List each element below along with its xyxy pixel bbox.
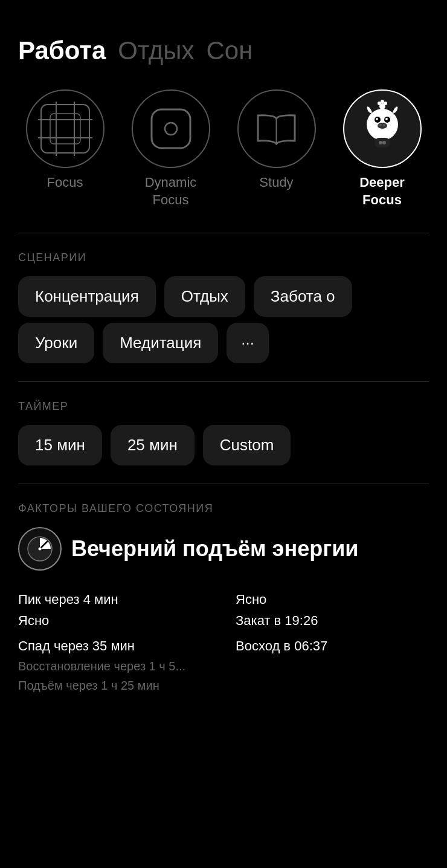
- svg-point-26: [382, 141, 386, 144]
- svg-point-15: [377, 120, 379, 121]
- deeper-focus-svg: [349, 96, 416, 162]
- stat-rise-text: Подъём через 1 ч 25 мин: [18, 676, 211, 695]
- svg-point-19: [383, 124, 385, 126]
- timer-25[interactable]: 25 мин: [111, 425, 195, 465]
- svg-point-17: [378, 123, 387, 129]
- energy-label-text: Вечерний подъём энергии: [71, 536, 358, 562]
- stats-grid: Пик через 4 мин Ясно Ясно Закат в 19:26: [18, 589, 429, 631]
- svg-point-16: [387, 120, 388, 121]
- stat-weather: Ясно Закат в 19:26: [236, 589, 429, 631]
- timer-label: ТАЙМЕР: [18, 400, 429, 413]
- dynamic-focus-label: DynamicFocus: [145, 174, 197, 209]
- svg-point-25: [379, 141, 382, 144]
- svg-point-10: [370, 109, 394, 135]
- svg-rect-5: [50, 114, 80, 144]
- chip-rest[interactable]: Отдых: [164, 276, 245, 317]
- timer-section: ТАЙМЕР 15 мин 25 мин Custom: [18, 400, 429, 465]
- tab-sleep[interactable]: Сон: [207, 36, 253, 65]
- divider-2: [18, 381, 429, 382]
- deeper-focus-icon-circle: [343, 89, 422, 168]
- stat-col1: Спад через 35 мин Восстановление через 1…: [18, 635, 211, 695]
- svg-point-18: [379, 124, 382, 126]
- chip-care[interactable]: Забота о: [254, 276, 352, 317]
- divider-1: [18, 233, 429, 233]
- svg-point-22: [384, 102, 387, 105]
- chip-lessons[interactable]: Уроки: [18, 323, 94, 363]
- timer-custom[interactable]: Custom: [203, 425, 291, 465]
- scenarios-chips-row: Концентрация Отдых Забота о: [18, 276, 429, 317]
- dynamic-focus-svg: [147, 105, 195, 153]
- chip-concentration[interactable]: Концентрация: [18, 276, 156, 317]
- profile-dynamic-focus[interactable]: DynamicFocus: [124, 89, 217, 209]
- tab-work[interactable]: Работа: [18, 36, 106, 65]
- svg-point-21: [378, 102, 381, 105]
- scenarios-section: СЦЕНАРИИ Концентрация Отдых Забота о Уро…: [18, 251, 429, 363]
- focus-icon-circle: [26, 89, 105, 168]
- divider-3: [18, 484, 429, 484]
- page-container: Работа Отдых Сон Focus: [0, 0, 447, 719]
- state-section: ФАКТОРЫ ВАШЕГО СОСТОЯНИЯ Вечерний подъём…: [18, 502, 429, 695]
- scenarios-chips-row-2: Уроки Медитация ···: [18, 323, 429, 363]
- focus-label: Focus: [47, 174, 83, 192]
- stat-sunrise-text: Восход в 06:37: [236, 635, 429, 656]
- sound-profiles: Focus DynamicFocus Study: [18, 89, 429, 209]
- profile-study[interactable]: Study: [230, 89, 323, 192]
- dynamic-focus-icon-circle: [132, 89, 210, 168]
- stat-peak: Пик через 4 мин Ясно: [18, 589, 211, 631]
- study-icon-circle: [237, 89, 316, 168]
- energy-icon-circle: [18, 527, 62, 571]
- study-label: Study: [259, 174, 293, 192]
- stat-sunset-text: Закат в 19:26: [236, 610, 429, 631]
- stat-col2: Восход в 06:37: [236, 635, 429, 695]
- stat-decline-text: Ясно: [18, 610, 211, 631]
- energy-indicator: Вечерний подъём энергии: [18, 527, 429, 571]
- svg-rect-6: [152, 109, 190, 148]
- svg-point-23: [381, 100, 384, 103]
- deeper-focus-label: DeeperFocus: [359, 174, 405, 209]
- state-label: ФАКТОРЫ ВАШЕГО СОСТОЯНИЯ: [18, 502, 429, 515]
- scenarios-label: СЦЕНАРИИ: [18, 251, 429, 264]
- profile-focus[interactable]: Focus: [18, 89, 112, 192]
- tab-rest[interactable]: Отдых: [118, 36, 194, 65]
- svg-point-29: [39, 548, 42, 551]
- chip-more[interactable]: ···: [227, 323, 269, 363]
- stat-decline-text2: Спад через 35 мин: [18, 635, 211, 656]
- chip-meditation[interactable]: Медитация: [103, 323, 218, 363]
- stat-recovery-text: Восстановление через 1 ч 5...: [18, 656, 211, 676]
- stats-grid-2: Спад через 35 мин Восстановление через 1…: [18, 635, 429, 695]
- profile-deeper-focus[interactable]: DeeperFocus: [335, 89, 429, 209]
- energy-svg: [27, 536, 53, 562]
- svg-rect-4: [41, 105, 89, 153]
- focus-svg: [38, 102, 92, 156]
- header-tabs: Работа Отдых Сон: [18, 36, 429, 65]
- timer-15[interactable]: 15 мин: [18, 425, 102, 465]
- study-svg: [251, 103, 302, 155]
- svg-point-7: [165, 123, 177, 135]
- timer-chips-row: 15 мин 25 мин Custom: [18, 425, 429, 465]
- stat-peak-text: Пик через 4 мин: [18, 589, 211, 610]
- stat-clear-text: Ясно: [236, 589, 429, 610]
